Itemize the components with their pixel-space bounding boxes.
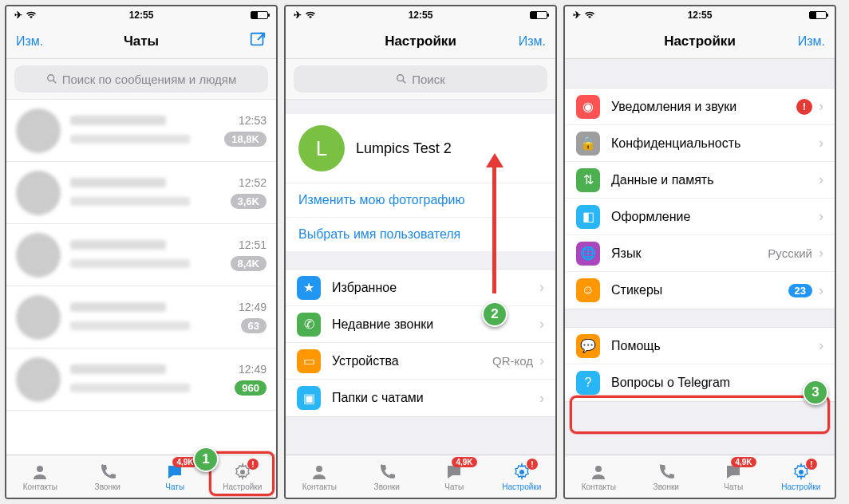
row-recent-calls[interactable]: ✆ Недавние звонки› [286, 306, 555, 343]
row-appearance[interactable]: ◧ Оформление› [565, 199, 835, 235]
tab-calls[interactable]: Звонки [74, 455, 142, 498]
settings-content: ◉ Уведомления и звуки !› 🔒 Конфиденциаль… [565, 59, 835, 455]
tab-contacts[interactable]: Контакты [565, 455, 633, 498]
svg-point-1 [48, 75, 54, 81]
svg-point-7 [316, 466, 322, 472]
devices-icon: ▭ [297, 349, 321, 373]
unread-badge: 18,8K [224, 132, 267, 147]
tab-calls[interactable]: Звонки [353, 455, 421, 498]
step-3: 3 [803, 380, 828, 405]
phone-icon: ✆ [297, 313, 321, 337]
settings-content: L Lumpics Test 2 Изменить мою фотографию… [286, 100, 555, 455]
nav-title: Настройки [664, 33, 736, 49]
navbar: Изм. Чаты [6, 24, 276, 59]
settings-alert: ! [247, 459, 259, 470]
alert-badge: ! [796, 99, 812, 115]
profile-name: Lumpics Test 2 [356, 140, 452, 157]
step-2: 2 [482, 301, 507, 327]
count-badge: 23 [788, 284, 812, 297]
row-help[interactable]: 💬 Помощь› [565, 328, 835, 364]
folder-icon: ▣ [297, 386, 321, 410]
svg-point-10 [799, 470, 804, 474]
row-devices[interactable]: ▭ Устройства QR-код› [286, 343, 555, 380]
chat-avatar [16, 295, 61, 340]
tab-calls[interactable]: Звонки [633, 455, 701, 498]
edit-button[interactable]: Изм. [498, 34, 546, 49]
tab-contacts[interactable]: Контакты [286, 455, 353, 498]
scroll-arrow [492, 166, 496, 293]
battery-icon [809, 11, 827, 19]
tab-chats[interactable]: Чаты 4,9K [421, 455, 488, 498]
status-bar: 12:55 [565, 6, 835, 24]
tab-settings[interactable]: Настройки ! [488, 455, 556, 498]
search-icon [46, 73, 57, 85]
row-stickers[interactable]: ☺ Стикеры 23› [565, 272, 835, 309]
nav-title: Настройки [385, 33, 456, 49]
chat-avatar [16, 357, 61, 402]
edit-button[interactable]: Изм. [16, 34, 64, 49]
profile-card[interactable]: L Lumpics Test 2 [286, 114, 555, 183]
chat-avatar [16, 171, 61, 215]
tab-bar: Контакты Звонки Чаты 4,9K Настройки ! [565, 455, 835, 498]
row-data[interactable]: ⇅ Данные и память› [565, 162, 835, 199]
search-bar[interactable]: Поиск по сообщениям и людям [6, 59, 276, 100]
chat-row[interactable]: 12:53 18,8K [6, 100, 276, 162]
navbar: Настройки Изм. [565, 24, 835, 59]
bookmark-icon: ★ [297, 276, 321, 300]
status-time: 12:55 [6, 10, 276, 21]
svg-point-5 [397, 75, 404, 81]
lock-icon: 🔒 [576, 132, 600, 156]
chevron-icon: › [539, 279, 544, 296]
bell-icon: ◉ [576, 95, 600, 119]
change-photo-link[interactable]: Изменить мою фотографию [286, 183, 555, 217]
chat-row[interactable]: 12:51 8,4K [6, 224, 276, 286]
svg-line-2 [53, 81, 57, 84]
nav-title: Чаты [124, 33, 159, 49]
tab-contacts[interactable]: Контакты [6, 455, 74, 498]
row-language[interactable]: 🌐 Язык Русский› [565, 235, 835, 272]
svg-rect-0 [251, 33, 263, 45]
tab-settings[interactable]: Настройки ! [768, 455, 835, 498]
tab-bar: Контакты Звонки Чаты 4,9K Настройки ! [286, 455, 555, 498]
navbar: Настройки Изм. [286, 24, 555, 59]
row-privacy[interactable]: 🔒 Конфиденциальность› [565, 125, 835, 162]
svg-point-4 [240, 470, 245, 474]
chat-time: 12:53 [239, 114, 267, 127]
globe-icon: 🌐 [576, 242, 600, 266]
row-folders[interactable]: ▣ Папки с чатами› [286, 380, 555, 416]
profile-avatar: L [298, 125, 345, 171]
chat-row[interactable]: 12:49 63 [6, 286, 276, 348]
tab-chats[interactable]: Чаты 4,9K [700, 455, 768, 498]
battery-icon [530, 11, 547, 19]
screen-settings-top: 12:55 Настройки Изм. Поиск L Lumpics Tes… [284, 5, 557, 499]
svg-line-6 [403, 81, 406, 84]
compose-button[interactable] [219, 31, 267, 52]
row-faq[interactable]: ? Вопросы о Telegram› [565, 364, 835, 401]
battery-icon [251, 11, 268, 19]
edit-button[interactable]: Изм. [777, 34, 825, 49]
chat-list: 12:53 18,8K 12:52 3,6K 12:51 8,4K 12:49 … [6, 100, 276, 455]
row-favorites[interactable]: ★ Избранное› [286, 270, 555, 306]
chat-icon: 💬 [576, 334, 600, 358]
svg-point-9 [595, 466, 602, 472]
search-placeholder: Поиск по сообщениям и людям [62, 73, 237, 86]
status-bar: 12:55 [286, 6, 555, 24]
chat-avatar [16, 233, 61, 278]
tab-settings[interactable]: Настройки ! [209, 455, 277, 498]
appearance-icon: ◧ [576, 205, 600, 229]
chat-avatar [16, 108, 61, 153]
chat-row[interactable]: 12:49 960 [6, 348, 276, 411]
sticker-icon: ☺ [576, 278, 600, 302]
svg-point-8 [519, 470, 524, 474]
status-bar: 12:55 [6, 6, 276, 24]
data-icon: ⇅ [576, 168, 600, 192]
screen-chats: 12:55 Изм. Чаты Поиск по сообщениям и лю… [5, 5, 278, 499]
search-bar[interactable]: Поиск [286, 59, 555, 100]
step-1: 1 [193, 447, 219, 472]
search-icon [396, 73, 407, 85]
row-notifications[interactable]: ◉ Уведомления и звуки !› [565, 89, 835, 125]
svg-point-3 [37, 466, 43, 472]
chat-row[interactable]: 12:52 3,6K [6, 162, 276, 224]
question-icon: ? [576, 371, 600, 395]
set-username-link[interactable]: Выбрать имя пользователя [286, 217, 555, 251]
